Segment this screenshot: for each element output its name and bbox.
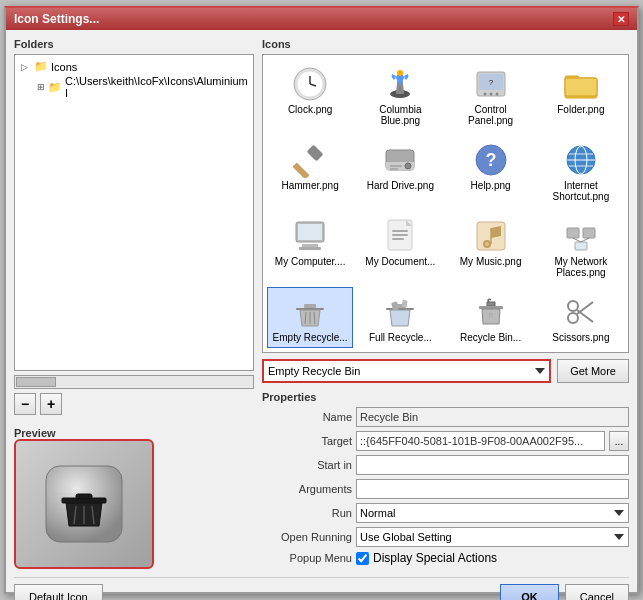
svg-rect-46 xyxy=(392,230,408,232)
run-row: Run Normal Minimized Maximized xyxy=(262,503,629,523)
icon-cell-recycle-bin2[interactable]: R Recycle Bin... xyxy=(448,287,534,348)
scrollbar-thumb[interactable] xyxy=(16,377,56,387)
svg-rect-47 xyxy=(392,234,408,236)
icon-cell-control-panel[interactable]: ? Control Panel.png xyxy=(448,59,534,131)
properties-section: Properties Name Target ... Start in xyxy=(262,391,629,569)
scissors-label: Scissors.png xyxy=(552,332,609,343)
horizontal-scrollbar[interactable] xyxy=(14,375,254,389)
default-icon-button[interactable]: Default Icon xyxy=(14,584,103,600)
svg-rect-43 xyxy=(302,244,318,247)
icon-cell-clock[interactable]: Clock.png xyxy=(267,59,353,131)
icon-cell-internet[interactable]: Internet Shortcut.png xyxy=(538,135,624,207)
icon-settings-dialog: Icon Settings... ✕ Folders ▷ 📁 Icons ⊞ 📁 xyxy=(4,6,639,594)
name-field[interactable] xyxy=(356,407,629,427)
svg-text:?: ? xyxy=(488,78,493,87)
svg-point-70 xyxy=(568,301,578,311)
target-row: Target ... xyxy=(262,431,629,451)
add-folder-button[interactable]: + xyxy=(40,393,62,415)
icon-cell-hammer[interactable]: Hammer.png xyxy=(267,135,353,207)
svg-rect-7 xyxy=(76,494,92,499)
empty-recycle-icon xyxy=(290,292,330,332)
tree-item-icons[interactable]: ▷ 📁 Icons xyxy=(19,59,249,74)
target-browse-button[interactable]: ... xyxy=(609,431,629,451)
right-buttons: OK Cancel xyxy=(500,584,629,600)
preview-box xyxy=(14,439,154,569)
icon-cell-hard-drive[interactable]: Hard Drive.png xyxy=(357,135,443,207)
icon-cell-my-network[interactable]: My Network Places.png xyxy=(538,211,624,283)
svg-line-56 xyxy=(573,238,581,242)
icon-cell-scissors[interactable]: Scissors.png xyxy=(538,287,624,348)
icon-cell-columbia[interactable]: Columbia Blue.png xyxy=(357,59,443,131)
svg-point-17 xyxy=(397,70,403,76)
get-more-button[interactable]: Get More xyxy=(557,359,629,383)
arguments-field-label: Arguments xyxy=(262,483,352,495)
my-computer-icon xyxy=(290,216,330,256)
my-documents-icon xyxy=(380,216,420,256)
svg-point-22 xyxy=(495,93,498,96)
full-recycle-label: Full Recycle... xyxy=(369,332,432,343)
cancel-button[interactable]: Cancel xyxy=(565,584,629,600)
startin-row: Start in xyxy=(262,455,629,475)
ok-button[interactable]: OK xyxy=(500,584,559,600)
tree-item-label: Icons xyxy=(51,61,77,73)
icon-cell-my-documents[interactable]: My Document... xyxy=(357,211,443,283)
hard-drive-label: Hard Drive.png xyxy=(367,180,434,191)
arguments-row: Arguments xyxy=(262,479,629,499)
columbia-icon xyxy=(380,64,420,104)
control-panel-icon: ? xyxy=(471,64,511,104)
icon-cell-full-recycle[interactable]: Full Recycle... xyxy=(357,287,443,348)
popup-menu-row: Popup Menu Display Special Actions xyxy=(262,551,629,565)
help-label: Help.png xyxy=(471,180,511,191)
svg-point-69 xyxy=(568,313,578,323)
popup-menu-checkbox-label: Display Special Actions xyxy=(373,551,497,565)
my-music-icon xyxy=(471,216,511,256)
open-running-label: Open Running xyxy=(262,531,352,543)
tree-item-path[interactable]: ⊞ 📁 C:\Users\keith\IcoFx\Icons\Aluminium… xyxy=(19,74,249,100)
internet-shortcut-icon xyxy=(561,140,601,180)
icon-dropdown[interactable]: Empty Recycle Bin Full Recycle Bin Recyc… xyxy=(262,359,551,383)
clock-icon xyxy=(290,64,330,104)
expand-icon-sub: ⊞ xyxy=(37,82,45,92)
empty-recycle-label: Empty Recycle... xyxy=(273,332,348,343)
svg-rect-42 xyxy=(298,224,322,240)
svg-rect-54 xyxy=(583,228,595,238)
svg-point-20 xyxy=(483,93,486,96)
svg-point-51 xyxy=(485,242,489,246)
my-network-label: My Network Places.png xyxy=(543,256,619,278)
icons-grid-container[interactable]: Clock.png xyxy=(262,54,629,353)
my-documents-label: My Document... xyxy=(365,256,435,267)
popup-menu-checkbox[interactable] xyxy=(356,552,369,565)
svg-rect-53 xyxy=(567,228,579,238)
svg-text:?: ? xyxy=(485,150,496,170)
preview-label: Preview xyxy=(14,427,254,439)
svg-rect-59 xyxy=(304,304,316,308)
preview-icon xyxy=(44,464,124,544)
icon-cell-folder[interactable]: Folder.png xyxy=(538,59,624,131)
svg-rect-26 xyxy=(565,78,597,96)
icons-grid: Clock.png xyxy=(267,59,624,348)
run-dropdown[interactable]: Normal Minimized Maximized xyxy=(356,503,629,523)
preview-section: Preview xyxy=(14,427,254,569)
left-panel: Folders ▷ 📁 Icons ⊞ 📁 C:\Users\keith\Ico… xyxy=(14,38,254,569)
icons-label: Icons xyxy=(262,38,629,50)
arguments-field[interactable] xyxy=(356,479,629,499)
name-field-label: Name xyxy=(262,411,352,423)
columbia-label: Columbia Blue.png xyxy=(362,104,438,126)
remove-folder-button[interactable]: − xyxy=(14,393,36,415)
icon-cell-my-music[interactable]: My Music.png xyxy=(448,211,534,283)
recycle-bin2-icon: R xyxy=(471,292,511,332)
internet-label: Internet Shortcut.png xyxy=(543,180,619,202)
startin-field[interactable] xyxy=(356,455,629,475)
my-network-icon xyxy=(561,216,601,256)
close-button[interactable]: ✕ xyxy=(613,12,629,26)
svg-rect-28 xyxy=(293,163,310,178)
icon-cell-empty-recycle[interactable]: Empty Recycle... xyxy=(267,287,353,348)
icon-cell-my-computer[interactable]: My Computer.... xyxy=(267,211,353,283)
folder-tree[interactable]: ▷ 📁 Icons ⊞ 📁 C:\Users\keith\IcoFx\Icons… xyxy=(14,54,254,371)
icon-cell-help[interactable]: ? Help.png xyxy=(448,135,534,207)
svg-rect-44 xyxy=(299,247,321,250)
folder-label: Folder.png xyxy=(557,104,604,115)
help-icon: ? xyxy=(471,140,511,180)
open-running-dropdown[interactable]: Use Global Setting Always Open New Alway… xyxy=(356,527,629,547)
target-field[interactable] xyxy=(356,431,605,451)
